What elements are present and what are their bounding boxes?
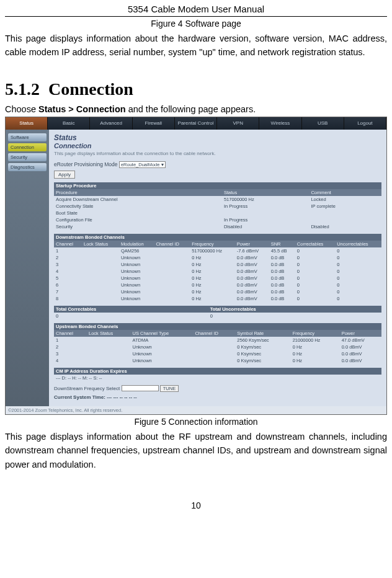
nav-item-firewall[interactable]: Firewall <box>133 117 175 130</box>
cm-ip-table: CM IP Address Duration Expires --- D: --… <box>54 368 381 381</box>
cell: 0.0 dBmV <box>235 288 269 295</box>
instruction-prefix: Choose <box>5 104 38 114</box>
nav-item-vpn[interactable]: VPN <box>217 117 259 130</box>
table-row: Connectivity StateIn ProgressIP complete <box>54 203 381 210</box>
cm-ip-labels: CM IP Address Duration Expires <box>54 368 381 375</box>
cell: 0.0 dB <box>269 275 295 282</box>
cell: 8 <box>54 295 82 302</box>
connection-screenshot: StatusBasicAdvancedFirewallParental Cont… <box>5 117 387 415</box>
ds-freq-input[interactable] <box>122 385 159 391</box>
cell: 0 Hz <box>190 282 235 288</box>
cell: 0 Hz <box>291 357 340 364</box>
document-header: 5354 Cable Modem User Manual <box>5 0 387 17</box>
cell: 0 Ksym/sec <box>235 350 290 357</box>
cell: 2 <box>54 344 87 350</box>
table-row: 5Unknown0 Hz0.0 dBmV0.0 dB00 <box>54 275 381 282</box>
cell <box>87 344 131 350</box>
cell <box>193 344 235 350</box>
col-header: Power <box>340 330 381 337</box>
provisioning-label: eRouter Provisioning Mode <box>54 161 118 167</box>
nav-item-status[interactable]: Status <box>6 117 48 130</box>
cell: 7 <box>54 288 82 295</box>
cell: 0 <box>335 268 381 275</box>
cell <box>193 337 235 344</box>
cell: 0.0 dBmV <box>235 268 269 275</box>
sidebar-btn-software[interactable]: Software <box>8 133 47 141</box>
provisioning-row: eRouter Provisioning Mode eRoute_DualMod… <box>54 161 381 168</box>
cell: 0 <box>295 295 335 302</box>
table-row: Configuration FileIn Progress <box>54 216 381 223</box>
cell <box>82 282 119 288</box>
nav-item-wireless[interactable]: Wireless <box>259 117 301 130</box>
cell <box>154 254 190 261</box>
nav-item-advanced[interactable]: Advanced <box>90 117 132 130</box>
sidebar-btn-security[interactable]: Security <box>8 153 47 161</box>
outro-paragraph: This page displays information about the… <box>5 429 387 473</box>
cell <box>222 210 310 216</box>
cell: 0 Hz <box>291 350 340 357</box>
cell <box>87 337 131 344</box>
sidebar-btn-diagnostics[interactable]: Diagnostics <box>8 163 47 171</box>
cell <box>82 275 119 282</box>
cm-ip-value: --- D: -- H: -- M: -- S: -- <box>54 375 381 381</box>
col-header: Frequency <box>291 330 340 337</box>
nav-item-usb[interactable]: USB <box>302 117 344 130</box>
col-header: Channel ID <box>193 330 235 337</box>
nav-item-logout[interactable]: Logout <box>344 117 386 130</box>
nav-item-basic[interactable]: Basic <box>48 117 90 130</box>
cell: 0 Hz <box>190 288 235 295</box>
totals-table: Total CorrectablesTotal Uncorrectables00 <box>54 306 381 319</box>
provisioning-select[interactable]: eRoute_DualMode ▾ <box>119 161 166 168</box>
col-header: Total Uncorrectables <box>208 306 381 313</box>
main-panel: Status Connection This page displays inf… <box>49 130 386 406</box>
table-row: 6Unknown0 Hz0.0 dBmV0.0 dB00 <box>54 282 381 288</box>
cell: 4 <box>54 268 82 275</box>
sidebar-btn-connection[interactable]: Connection <box>8 143 47 151</box>
cell: 0.0 dBmV <box>235 275 269 282</box>
section-heading: 5.1.2 Connection <box>5 79 387 99</box>
cell: Unknown <box>119 268 154 275</box>
apply-button[interactable]: Apply <box>54 171 75 179</box>
table-row: 00 <box>54 313 381 319</box>
instruction-suffix: and the following page appears. <box>126 104 256 114</box>
cell: 0 <box>295 268 335 275</box>
cell: In Progress <box>222 216 310 223</box>
cell <box>82 288 119 295</box>
cell: Security <box>54 223 222 230</box>
figure-5-caption: Figure 5 Connection information <box>5 415 387 429</box>
cell: 4 <box>54 357 87 364</box>
col-header: Procedure <box>54 189 222 196</box>
cell <box>193 357 235 364</box>
table-row: 3Unknown0 Ksym/sec0 Hz0.0 dBmV <box>54 350 381 357</box>
cell: 0.0 dB <box>269 254 295 261</box>
cell: 3 <box>54 261 82 268</box>
cell: 0.0 dB <box>269 261 295 268</box>
table-row: 1ATDMA2560 Ksym/sec21000000 Hz47.0 dBmV <box>54 337 381 344</box>
cell: Unknown <box>119 295 154 302</box>
cell: 0 <box>295 254 335 261</box>
cell: 0 <box>335 288 381 295</box>
cell: 0 <box>295 282 335 288</box>
tune-button[interactable]: TUNE <box>160 385 179 392</box>
cell: 2560 Ksym/sec <box>235 337 290 344</box>
col-header: Power <box>235 241 269 247</box>
connection-heading: Connection <box>54 142 381 149</box>
cell: Acquire Downstream Channel <box>54 196 222 203</box>
table-row: 7Unknown0 Hz0.0 dBmV0.0 dB00 <box>54 288 381 295</box>
cell: 0.0 dBmV <box>235 295 269 302</box>
cell <box>309 210 381 216</box>
col-header: Comment <box>309 189 381 196</box>
nav-item-parental-control[interactable]: Parental Control <box>175 117 217 130</box>
cell: 0 <box>335 261 381 268</box>
cell <box>82 247 119 254</box>
cell <box>82 261 119 268</box>
table-row: SecurityDisabledDisabled <box>54 223 381 230</box>
table-row: 1QAM256517000000 Hz-7.6 dBmV45.5 dB00 <box>54 247 381 254</box>
cell <box>82 295 119 302</box>
table-row: 2Unknown0 Ksym/sec0 Hz0.0 dBmV <box>54 344 381 350</box>
table-row: 4Unknown0 Hz0.0 dBmV0.0 dB00 <box>54 268 381 275</box>
cell: 2 <box>54 254 82 261</box>
cell: Unknown <box>119 261 154 268</box>
table-header: Startup Procedure <box>54 182 381 189</box>
cell: 0 Hz <box>190 275 235 282</box>
